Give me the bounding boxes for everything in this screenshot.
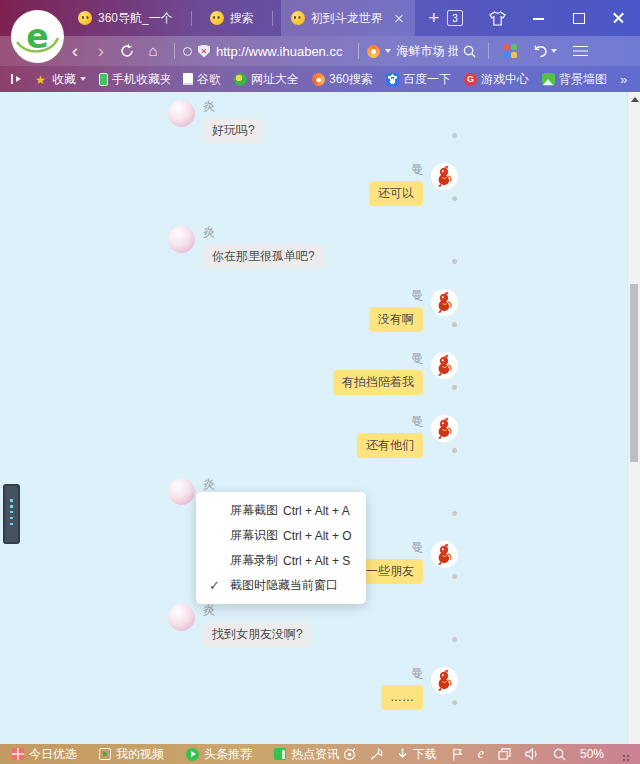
statusbar-right: 下载 50% (343, 746, 630, 763)
tab-label: 360导航_一个 (98, 10, 173, 27)
tab-active-doulong[interactable]: 初到斗龙世界 (281, 0, 415, 36)
context-menu-item[interactable]: 屏幕录制 Ctrl + Alt + S (196, 548, 366, 573)
menu-icon[interactable] (573, 46, 588, 57)
context-menu-item[interactable]: 屏幕截图 Ctrl + Alt + A (196, 498, 366, 523)
boost-rocket-icon[interactable] (370, 748, 383, 761)
address-bar[interactable]: http://www.ihuaben.cc (183, 44, 342, 59)
bookmark-google[interactable]: 谷歌 (183, 71, 221, 88)
home-icon[interactable] (140, 42, 166, 60)
statusbar-item-my-videos[interactable]: 我的视频 (99, 746, 164, 763)
tab-search[interactable]: 搜索 (200, 0, 264, 36)
sender-name: 炎 (203, 604, 312, 617)
minimize-button[interactable] (532, 12, 546, 24)
bookmark-360-search[interactable]: 360搜索 (312, 71, 373, 88)
site-status-icon (183, 47, 192, 56)
close-button[interactable] (612, 12, 626, 24)
search-box[interactable]: 海鲜市场 批 (367, 43, 476, 60)
play-circle-icon (186, 748, 199, 761)
status-bar: 今日优选 我的视频 头条推荐 热点资讯 (0, 744, 640, 764)
security-shield-icon[interactable] (198, 45, 210, 58)
avatar[interactable] (431, 163, 458, 190)
message-bubble: 有拍挡陪着我 (333, 370, 423, 395)
search-input[interactable]: 海鲜市场 批 (396, 43, 458, 60)
bookmarks-overflow-icon[interactable] (620, 72, 627, 87)
message-content: 炎 好玩吗? (203, 100, 264, 143)
avatar[interactable] (431, 541, 458, 568)
menu-item-shortcut: Ctrl + Alt + A (283, 504, 350, 518)
ie-mode-icon[interactable] (478, 746, 484, 762)
expand-sidebar-icon[interactable] (10, 73, 22, 85)
refresh-icon[interactable] (114, 44, 140, 58)
back-icon[interactable] (62, 41, 88, 61)
chat-message: 曼 还可以 (168, 163, 458, 207)
bookmark-game-center[interactable]: 游戏中心 (464, 71, 529, 88)
scroll-up-icon[interactable] (631, 97, 639, 102)
tab-360nav[interactable]: 360导航_一个 (68, 0, 183, 36)
tab-close-icon[interactable] (393, 12, 405, 24)
sender-name: 曼 (357, 415, 423, 428)
bookmark-favorites[interactable]: 收藏 (35, 71, 86, 88)
status-dot (452, 511, 457, 516)
avatar[interactable] (168, 226, 195, 253)
eye-protection-icon[interactable] (343, 748, 356, 761)
message-content: 炎 你在那里很孤单吧? (203, 226, 324, 269)
360-search-icon (312, 73, 325, 86)
bookmark-wallpaper[interactable]: 背景墙图 (542, 71, 607, 88)
bookmark-baidu[interactable]: 百度一下 (386, 71, 451, 88)
bookmark-mobile-favorites[interactable]: 手机收藏夹 (99, 71, 170, 88)
bookmark-site-directory[interactable]: 网址大全 (234, 71, 299, 88)
chat-page: 炎 好玩吗? (0, 92, 640, 744)
scrollbar[interactable] (627, 92, 640, 744)
statusbar-item-headlines[interactable]: 头条推荐 (186, 746, 252, 763)
avatar[interactable] (168, 478, 195, 505)
context-menu-item[interactable]: ✓ 截图时隐藏当前窗口 (196, 573, 366, 598)
forward-icon[interactable] (88, 41, 114, 61)
speaker-icon[interactable] (525, 748, 539, 760)
avatar[interactable] (168, 100, 195, 127)
avatar[interactable] (168, 604, 195, 631)
restore-tabs-icon[interactable] (533, 45, 557, 58)
search-icon[interactable] (463, 45, 476, 58)
url-text[interactable]: http://www.ihuaben.cc (216, 44, 342, 59)
chevron-down-icon[interactable] (551, 49, 557, 53)
windows-layers-icon[interactable] (498, 748, 511, 760)
chat-message: 曼 没有啊 (168, 289, 458, 333)
browser-logo[interactable]: e (10, 9, 65, 64)
skin-shirt-icon[interactable] (489, 11, 506, 26)
menu-item-shortcut: Ctrl + Alt + O (283, 529, 352, 543)
search-engine-icon[interactable] (367, 45, 380, 58)
zoom-search-icon[interactable] (553, 748, 566, 761)
context-menu-item[interactable]: 屏幕识图 Ctrl + Alt + O (196, 523, 366, 548)
menu-item-label: 截图时隐藏当前窗口 (230, 577, 338, 594)
chat-message-list: 炎 好玩吗? (168, 100, 458, 730)
status-dot (452, 259, 457, 264)
statusbar-item-hot-news[interactable]: 热点资讯 (274, 746, 339, 763)
divider (488, 43, 489, 59)
menu-item-label: 屏幕截图 (230, 502, 278, 519)
message-content: 曼 没有啊 (369, 289, 423, 332)
statusbar-item-daily-picks[interactable]: 今日优选 (12, 746, 77, 763)
chevron-down-icon[interactable] (385, 49, 391, 53)
tab-count-badge[interactable]: 3 (447, 10, 463, 26)
message-bubble: 没有啊 (369, 307, 423, 332)
download-button[interactable]: 下载 (397, 746, 437, 763)
news-icon (274, 748, 286, 760)
maximize-button[interactable] (572, 12, 586, 24)
flag-icon[interactable] (451, 748, 464, 761)
bookmark-label: 收藏 (52, 71, 76, 88)
avatar[interactable] (431, 415, 458, 442)
scrollbar-thumb[interactable] (630, 284, 638, 462)
browser-chrome: e 360导航_一个 搜索 初到斗龙世界 3 (0, 0, 640, 92)
statusbar-label: 头条推荐 (204, 746, 252, 763)
browser-window: { "titlebar": { "tabs": [ { "label": "36… (0, 0, 640, 764)
baidu-paw-icon (386, 73, 399, 86)
avatar[interactable] (431, 667, 458, 694)
apps-grid-icon[interactable] (503, 44, 517, 58)
avatar[interactable] (431, 352, 458, 379)
zoom-level[interactable]: 50% (580, 747, 604, 761)
sidebar-handle[interactable] (3, 484, 20, 544)
menu-item-label: 屏幕录制 (230, 552, 278, 569)
new-tab-button[interactable] (421, 7, 447, 29)
avatar[interactable] (431, 289, 458, 316)
statusbar-left: 今日优选 我的视频 头条推荐 热点资讯 (12, 746, 339, 763)
